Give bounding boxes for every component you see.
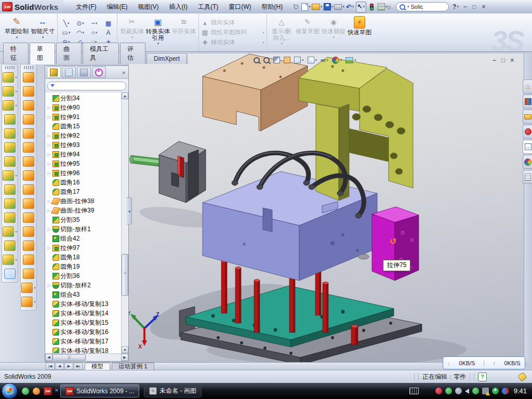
- taskbar-window-2[interactable]: 未命名 - 画图: [144, 384, 202, 397]
- point-button[interactable]: ▾: [21, 281, 36, 295]
- scroll-right-button[interactable]: ▶: [121, 354, 128, 361]
- expand-arrow-icon[interactable]: ▷: [47, 246, 51, 250]
- dropdown-icon[interactable]: ▾: [15, 230, 17, 233]
- split-button[interactable]: [2, 196, 18, 210]
- scroll-thumb[interactable]: ☰: [52, 354, 86, 361]
- new-document-button[interactable]: ▾: [301, 2, 311, 12]
- surface-cylinder-button[interactable]: [21, 267, 36, 281]
- tree-filter-input[interactable]: [47, 82, 126, 90]
- tab-评估[interactable]: 评估: [120, 43, 145, 64]
- expand-arrow-icon[interactable]: ▷: [47, 199, 51, 204]
- sketch-entity-button[interactable]: ▦: [102, 19, 115, 28]
- tree-item[interactable]: 实体-移动/复制17: [45, 337, 122, 346]
- minimize-button[interactable]: −: [460, 3, 470, 10]
- panel-collapse-handle[interactable]: ◂: [127, 197, 132, 224]
- tree-item[interactable]: 圆角18: [45, 252, 122, 262]
- surface-revolve-button[interactable]: [21, 84, 36, 98]
- dropdown-icon[interactable]: ▾: [15, 89, 17, 93]
- tree-item[interactable]: ▷拉伸91: [45, 112, 122, 122]
- expand-arrow-icon[interactable]: ▷: [47, 134, 51, 138]
- start-button[interactable]: [2, 383, 18, 399]
- surface-extend-button[interactable]: [21, 98, 36, 112]
- tree-item[interactable]: 圆角17: [45, 187, 122, 196]
- display-style-button[interactable]: ▾: [294, 57, 304, 63]
- select-button[interactable]: ▾: [356, 2, 366, 12]
- taskbar-window-1[interactable]: SWSolidWorks 2009 - ...: [60, 384, 139, 397]
- menu-1[interactable]: 文件(F): [71, 1, 101, 14]
- expand-arrow-icon[interactable]: ▷: [47, 171, 51, 176]
- tree-horizontal-scrollbar[interactable]: ◀ ☰ ▶: [45, 353, 128, 361]
- menu-2[interactable]: 编辑(E): [102, 1, 133, 14]
- tree-item[interactable]: ▷曲面-拉伸39: [45, 206, 122, 215]
- dropdown-icon[interactable]: ▾: [302, 58, 304, 62]
- surface-cut-button[interactable]: [21, 238, 36, 252]
- extruded-cut-button[interactable]: ▾: [2, 84, 18, 98]
- search-input[interactable]: ▾ Solic: [396, 2, 449, 11]
- doc-nav-button[interactable]: ▶|: [74, 363, 83, 370]
- part-core-block[interactable]: [203, 171, 377, 281]
- scroll-up-button[interactable]: ▲: [122, 92, 128, 99]
- dropdown-icon[interactable]: ▾: [42, 35, 44, 39]
- convert-button[interactable]: 转换实体引用▾: [145, 15, 170, 50]
- health-shield-icon[interactable]: [492, 388, 499, 394]
- propertymanager-tab-button[interactable]: [62, 66, 76, 78]
- dropdown-icon[interactable]: ▾: [82, 21, 84, 25]
- help-button[interactable]: ?▾: [451, 2, 460, 12]
- tree-item[interactable]: 分割35: [45, 215, 122, 224]
- dropdown-icon[interactable]: ▾: [15, 75, 17, 79]
- tab-DimXpert[interactable]: DimXpert: [147, 53, 187, 64]
- surface-thicken-button[interactable]: [21, 196, 36, 210]
- tree-item[interactable]: 实体-移动/复制16: [45, 327, 122, 337]
- fillet-button[interactable]: ▾: [2, 98, 18, 112]
- dropdown-icon[interactable]: ▾: [34, 286, 35, 289]
- menu-7[interactable]: 帮助(H): [257, 1, 288, 14]
- dropdown-icon[interactable]: ▾: [96, 21, 98, 25]
- dropdown-icon[interactable]: ▾: [340, 58, 342, 62]
- scroll-thumb[interactable]: [122, 254, 128, 296]
- volume-icon[interactable]: [465, 389, 469, 394]
- tag-icon[interactable]: [517, 372, 527, 381]
- shell-button[interactable]: [2, 140, 18, 154]
- surface-plane-button[interactable]: [21, 168, 36, 182]
- dropdown-icon[interactable]: ▾: [354, 58, 356, 62]
- scene-button[interactable]: ▾: [345, 57, 356, 63]
- view-palette-tab[interactable]: [523, 140, 532, 154]
- dropdown-icon[interactable]: ▾: [331, 5, 334, 9]
- custom-properties-tab[interactable]: [523, 170, 532, 184]
- print-button[interactable]: ▾: [334, 2, 344, 12]
- surface-sweep-button[interactable]: [21, 70, 36, 84]
- tree-item[interactable]: 实体-移动/复制13: [45, 299, 122, 309]
- extruded-boss-button[interactable]: ▾: [2, 70, 18, 84]
- expand-arrow-icon[interactable]: ▷: [47, 208, 51, 213]
- sketch-entity-button[interactable]: ▭▾: [60, 28, 73, 37]
- open-button[interactable]: ▾: [312, 2, 323, 12]
- section-view-button[interactable]: [273, 57, 280, 63]
- dropdown-icon[interactable]: ▾: [342, 5, 344, 9]
- tab-草图[interactable]: 草图: [30, 43, 55, 64]
- tab-特征[interactable]: 特征: [3, 43, 29, 64]
- part-top-plate[interactable]: [203, 54, 308, 131]
- spline-button[interactable]: ▾: [21, 295, 36, 309]
- featuremanager-tab-button[interactable]: [47, 66, 61, 78]
- taskbar-clock[interactable]: 9:41: [514, 387, 527, 395]
- dropdown-icon[interactable]: ▾: [34, 300, 35, 303]
- scroll-left-button[interactable]: ◀: [45, 354, 52, 361]
- expand-arrow-icon[interactable]: ▷: [47, 105, 51, 110]
- surface-loft-button[interactable]: [21, 112, 36, 126]
- tree-item[interactable]: 分割34: [45, 94, 122, 103]
- deform-button[interactable]: ▾: [2, 224, 18, 238]
- toolbar-grip[interactable]: [5, 66, 15, 69]
- zoom-fit-button[interactable]: [254, 57, 260, 63]
- reference-axis-button[interactable]: [2, 238, 18, 252]
- close-button[interactable]: ×: [479, 3, 488, 10]
- configurationmanager-tab-button[interactable]: [77, 66, 91, 78]
- dropdown-icon[interactable]: ▾: [157, 42, 159, 46]
- tree-item[interactable]: ▷曲面-拉伸38: [45, 196, 122, 206]
- dropdown-icon[interactable]: ▾: [68, 21, 70, 25]
- appearances-button[interactable]: ▾: [332, 57, 342, 64]
- home-tab[interactable]: [523, 79, 532, 94]
- doc-nav-button[interactable]: ◀: [55, 363, 64, 370]
- pin-button[interactable]: [291, 2, 300, 12]
- sketch-entity-button[interactable]: ◠▾: [74, 28, 87, 37]
- dropdown-icon[interactable]: ▾: [69, 31, 71, 35]
